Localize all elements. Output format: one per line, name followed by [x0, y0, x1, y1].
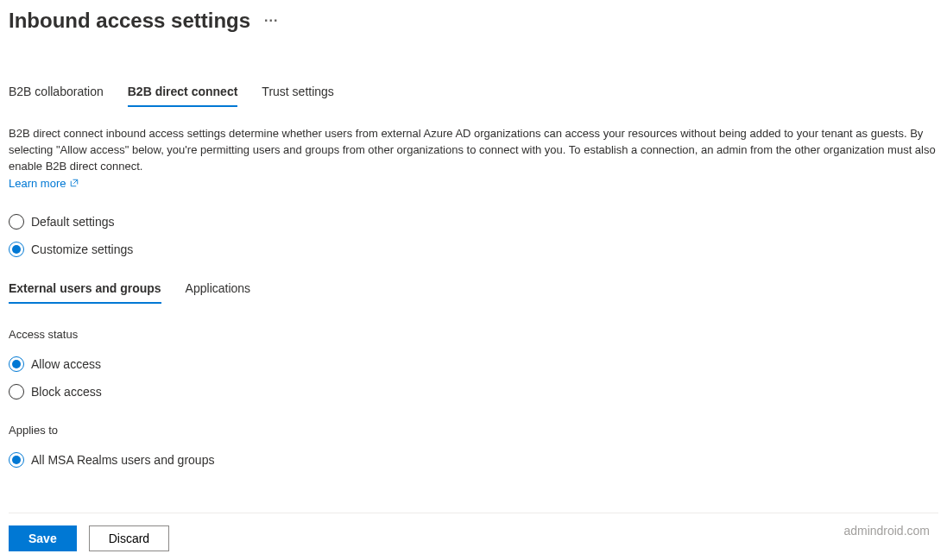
description-text: B2B direct connect inbound access settin…: [9, 126, 938, 175]
main-tabs: B2B collaboration B2B direct connect Tru…: [9, 85, 938, 107]
access-status-label: Access status: [9, 328, 938, 341]
settings-mode-group: Default settings Customize settings: [9, 214, 938, 257]
radio-label: All MSA Realms users and groups: [31, 453, 214, 467]
radio-label: Customize settings: [31, 242, 133, 256]
radio-allow-access[interactable]: Allow access: [9, 356, 938, 372]
page-title-text: Inbound access settings: [9, 9, 250, 33]
sub-tabs: External users and groups Applications: [9, 281, 938, 304]
radio-icon: [9, 356, 24, 372]
radio-icon: [9, 384, 24, 400]
applies-to-group: All MSA Realms users and groups: [9, 452, 938, 468]
radio-label: Block access: [31, 385, 102, 399]
applies-to-label: Applies to: [9, 424, 938, 437]
external-link-icon: [69, 178, 79, 188]
learn-more-label: Learn more: [9, 177, 66, 190]
footer: Save Discard admindroid.com: [9, 513, 938, 551]
sub-tab-applications[interactable]: Applications: [186, 281, 251, 304]
radio-all-msa-realms[interactable]: All MSA Realms users and groups: [9, 452, 938, 468]
more-options-icon[interactable]: ···: [264, 13, 278, 28]
radio-icon: [9, 214, 24, 230]
sub-tab-external-users[interactable]: External users and groups: [9, 281, 161, 304]
learn-more-link[interactable]: Learn more: [9, 177, 79, 190]
radio-label: Default settings: [31, 215, 115, 229]
radio-customize-settings[interactable]: Customize settings: [9, 242, 938, 257]
radio-icon: [9, 452, 24, 468]
discard-button[interactable]: Discard: [89, 525, 169, 551]
radio-default-settings[interactable]: Default settings: [9, 214, 938, 230]
tab-b2b-collaboration[interactable]: B2B collaboration: [9, 85, 104, 107]
tab-b2b-direct-connect[interactable]: B2B direct connect: [128, 85, 238, 107]
radio-block-access[interactable]: Block access: [9, 384, 938, 400]
access-status-group: Allow access Block access: [9, 356, 938, 400]
radio-label: Allow access: [31, 357, 101, 371]
page-title: Inbound access settings ···: [9, 9, 938, 33]
tab-trust-settings[interactable]: Trust settings: [262, 85, 334, 107]
save-button[interactable]: Save: [9, 525, 77, 551]
watermark: admindroid.com: [843, 524, 930, 538]
radio-icon: [9, 242, 24, 257]
